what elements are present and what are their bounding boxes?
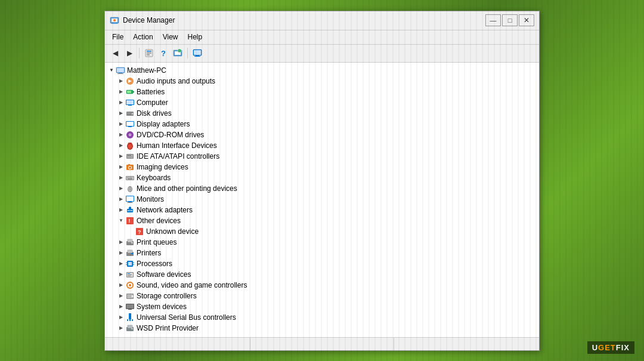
tree-arrow-icon: ▶ [117,131,125,139]
tree-arrow-icon: ▶ [117,281,125,289]
status-segment-2 [250,338,394,350]
tree-item[interactable]: ▶Universal Serial Bus controllers [105,312,539,323]
tree-item[interactable]: ▶Disk drives [105,108,539,119]
tree-arrow-icon: ▶ [117,141,125,150]
tree-item-icon: ? [135,227,144,236]
svg-rect-49 [128,164,130,165]
tree-item[interactable]: ▶Printers [105,248,539,258]
tree-arrow-icon: ▶ [117,260,125,268]
minimize-button[interactable]: — [485,14,501,26]
tree-item-icon [125,270,135,279]
maximize-button[interactable]: □ [502,14,518,26]
tree-item-label: Universal Serial Bus controllers [137,313,236,322]
tree-item[interactable]: ▶Batteries [105,87,539,97]
properties-button[interactable] [143,47,156,60]
tree-item[interactable]: ?Unknown device [105,226,539,237]
menu-action[interactable]: Action [128,32,157,42]
svg-rect-106 [131,328,133,329]
tree-item[interactable]: ▶Storage controllers [105,291,539,301]
svg-rect-79 [131,253,133,254]
menu-help[interactable]: Help [183,32,208,42]
tree-item-label: Printers [137,249,161,257]
tree-item[interactable]: ▶WSD Print Provider [105,323,539,334]
root-label: Matthew-PC [127,66,166,75]
tree-item[interactable]: ▼!Other devices [105,215,539,226]
tree-item[interactable]: ▶IDE ATA/ATAPI controllers [105,151,539,162]
svg-point-96 [132,295,134,297]
tree-item-label: Sound, video and game controllers [137,281,247,289]
svg-rect-98 [126,304,134,308]
svg-rect-43 [127,155,133,158]
tree-item-label: Batteries [137,88,165,96]
tree-item[interactable]: ▶Software devices [105,269,539,280]
svg-rect-54 [130,177,131,178]
tree-item-icon [125,313,135,322]
tree-item[interactable]: ▶Monitors [105,194,539,205]
tree-item-label: Audio inputs and outputs [137,77,215,85]
svg-rect-101 [127,319,133,321]
tree-item[interactable]: ▶Print queues [105,237,539,248]
tree-item-label: Network adapters [137,206,193,214]
tree-arrow-icon: ▶ [117,324,125,332]
svg-rect-89 [128,274,132,275]
svg-point-48 [129,166,131,169]
svg-rect-69 [130,206,131,208]
update-driver-button[interactable]: ↑ [171,47,184,60]
menu-view[interactable]: View [158,32,183,42]
svg-rect-25 [133,91,134,92]
tree-root[interactable]: ▼ Matthew-PC [105,65,539,76]
tree-item[interactable]: ▶Imaging devices [105,162,539,172]
status-bar [105,337,539,350]
tree-item-icon: ! [125,216,135,226]
tree-item-icon [125,162,135,172]
tree-item[interactable]: ▶Display adapters [105,119,539,129]
svg-rect-83 [126,264,127,265]
tree-item-icon [125,291,135,301]
svg-rect-81 [128,262,132,266]
tree-item-label: DVD/CD-ROM drives [137,131,204,139]
tree-item[interactable]: ▶Mice and other pointing devices [105,183,539,194]
tree-item[interactable]: ▶Sound, video and game controllers [105,280,539,291]
svg-rect-29 [128,105,132,106]
tree-item[interactable]: ▶Computer [105,97,539,108]
tree-item-icon [125,248,135,258]
tree-arrow-icon: ▶ [117,184,125,193]
help-button[interactable]: ? [157,47,170,60]
tree-item-icon [125,205,135,215]
menu-bar: File Action View Help [105,30,539,45]
svg-rect-62 [128,202,132,202]
close-button[interactable]: ✕ [519,14,534,26]
tree-item[interactable]: ▶Audio inputs and outputs [105,76,539,87]
svg-rect-78 [128,250,132,253]
tree-arrow-icon: ▶ [117,152,125,161]
tree-arrow-icon: ▶ [117,206,125,214]
tree-item[interactable]: ▶Processors [105,258,539,269]
tree-arrow-icon: ▶ [117,270,125,279]
tree-item[interactable]: ▶Keyboards [105,172,539,183]
back-button[interactable]: ◀ [109,47,122,60]
tree-arrow-icon: ▶ [117,120,125,128]
window-icon: ! [110,16,119,25]
tree-item-label: Processors [137,260,172,268]
tree-item-label: System devices [137,303,187,311]
tree-item-icon [125,184,135,193]
tree-item[interactable]: ▶DVD/CD-ROM drives [105,129,539,140]
tree-item[interactable]: ▶System devices [105,301,539,312]
tree-item[interactable]: ▶Network adapters [105,205,539,215]
menu-file[interactable]: File [107,32,128,42]
svg-point-38 [129,134,131,135]
tree-item-label: Display adapters [137,120,190,128]
svg-rect-35 [128,126,132,127]
svg-rect-19 [117,68,124,72]
svg-point-65 [128,210,129,211]
forward-button[interactable]: ▶ [123,47,136,60]
tree-view[interactable]: ▼ Matthew-PC ▶Audio inputs and outputs▶B… [105,63,539,337]
tree-item[interactable]: ▶Human Interface Devices [105,140,539,151]
toolbar: ◀ ▶ ? ↑ [105,45,539,63]
show-all-button[interactable] [191,47,204,60]
tree-arrow-icon: ▶ [117,195,125,203]
svg-rect-56 [128,178,132,180]
svg-text:↑: ↑ [178,49,180,53]
svg-rect-45 [129,155,131,156]
svg-point-67 [131,210,132,211]
